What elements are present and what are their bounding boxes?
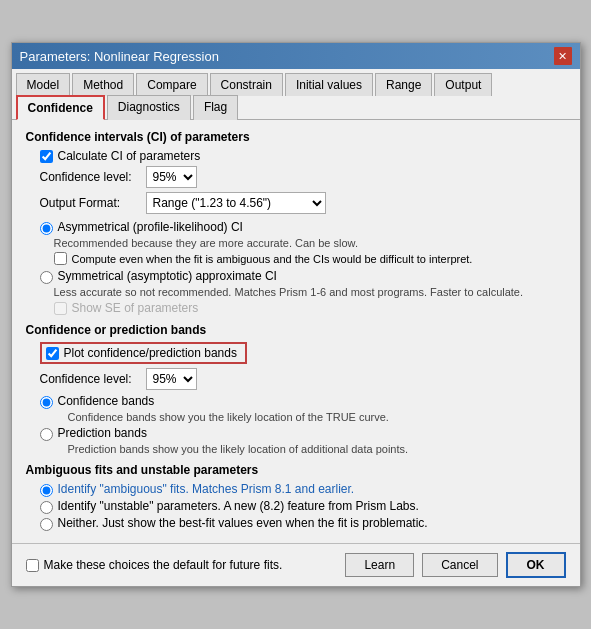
- ci-confidence-level-row: Confidence level: 95%: [40, 166, 566, 188]
- footer: Make these choices the default for futur…: [12, 543, 580, 586]
- plot-bands-label[interactable]: Plot confidence/prediction bands: [64, 346, 237, 360]
- show-se-row: Show SE of parameters: [54, 301, 566, 315]
- show-se-checkbox[interactable]: [54, 302, 67, 315]
- tab-initial-values[interactable]: Initial values: [285, 73, 373, 96]
- tab-method[interactable]: Method: [72, 73, 134, 96]
- calculate-ci-label[interactable]: Calculate CI of parameters: [58, 149, 201, 163]
- tab-output[interactable]: Output: [434, 73, 492, 96]
- identify-unstable-radio[interactable]: [40, 501, 53, 514]
- ci-section-title: Confidence intervals (CI) of parameters: [26, 130, 566, 144]
- ci-confidence-level-select[interactable]: 95%: [146, 166, 197, 188]
- compute-even-row: Compute even when the fit is ambiguous a…: [54, 252, 566, 265]
- plot-bands-checkbox[interactable]: [46, 347, 59, 360]
- show-se-label[interactable]: Show SE of parameters: [72, 301, 199, 315]
- symmetrical-ci-label[interactable]: Symmetrical (asymptotic) approximate CI: [58, 269, 277, 283]
- learn-button[interactable]: Learn: [345, 553, 414, 577]
- output-format-select[interactable]: Range ("1.23 to 4.56"): [146, 192, 326, 214]
- calculate-ci-row: Calculate CI of parameters: [40, 149, 566, 163]
- tab-model[interactable]: Model: [16, 73, 71, 96]
- prediction-bands-label[interactable]: Prediction bands: [58, 426, 147, 440]
- symmetrical-ci-radio[interactable]: [40, 271, 53, 284]
- identify-unstable-label[interactable]: Identify "unstable" parameters. A new (8…: [58, 499, 419, 513]
- title-bar: Parameters: Nonlinear Regression ✕: [12, 43, 580, 69]
- confidence-bands-label[interactable]: Confidence bands: [58, 394, 155, 408]
- confidence-bands-desc: Confidence bands show you the likely loc…: [68, 411, 566, 423]
- asymmetrical-ci-label[interactable]: Asymmetrical (profile-likelihood) CI: [58, 220, 243, 234]
- tab-flag[interactable]: Flag: [193, 95, 238, 120]
- compute-even-label[interactable]: Compute even when the fit is ambiguous a…: [72, 253, 473, 265]
- asymmetrical-ci-radio[interactable]: [40, 222, 53, 235]
- neither-row: Neither. Just show the best-fit values e…: [40, 516, 566, 531]
- default-choices-label[interactable]: Make these choices the default for futur…: [44, 558, 283, 572]
- tab-confidence[interactable]: Confidence: [16, 95, 105, 120]
- neither-label[interactable]: Neither. Just show the best-fit values e…: [58, 516, 428, 530]
- tab-diagnostics[interactable]: Diagnostics: [107, 95, 191, 120]
- calculate-ci-checkbox[interactable]: [40, 150, 53, 163]
- default-choices-row: Make these choices the default for futur…: [26, 558, 338, 572]
- identify-ambiguous-radio[interactable]: [40, 484, 53, 497]
- output-format-row: Output Format: Range ("1.23 to 4.56"): [40, 192, 566, 214]
- asymmetrical-ci-desc: Recommended because they are more accura…: [54, 237, 566, 249]
- ambiguous-section-title: Ambiguous fits and unstable parameters: [26, 463, 566, 477]
- compute-even-checkbox[interactable]: [54, 252, 67, 265]
- tab-range[interactable]: Range: [375, 73, 432, 96]
- ok-button[interactable]: OK: [506, 552, 566, 578]
- identify-ambiguous-row: Identify "ambiguous" fits. Matches Prism…: [40, 482, 566, 497]
- tab-constrain[interactable]: Constrain: [210, 73, 283, 96]
- identify-unstable-row: Identify "unstable" parameters. A new (8…: [40, 499, 566, 514]
- asymmetrical-ci-row: Asymmetrical (profile-likelihood) CI: [40, 220, 566, 235]
- tab-compare[interactable]: Compare: [136, 73, 207, 96]
- prediction-bands-desc: Prediction bands show you the likely loc…: [68, 443, 566, 455]
- close-button[interactable]: ✕: [554, 47, 572, 65]
- neither-radio[interactable]: [40, 518, 53, 531]
- symmetrical-ci-desc: Less accurate so not recommended. Matche…: [54, 286, 566, 298]
- confidence-bands-row: Confidence bands: [40, 394, 566, 409]
- symmetrical-ci-row: Symmetrical (asymptotic) approximate CI: [40, 269, 566, 284]
- cancel-button[interactable]: Cancel: [422, 553, 497, 577]
- default-choices-checkbox[interactable]: [26, 559, 39, 572]
- ci-confidence-level-label: Confidence level:: [40, 170, 140, 184]
- bands-confidence-level-label: Confidence level:: [40, 372, 140, 386]
- confidence-bands-radio[interactable]: [40, 396, 53, 409]
- identify-ambiguous-label[interactable]: Identify "ambiguous" fits. Matches Prism…: [58, 482, 355, 496]
- tabs-row: Model Method Compare Constrain Initial v…: [12, 69, 580, 120]
- prediction-bands-radio[interactable]: [40, 428, 53, 441]
- main-content: Confidence intervals (CI) of parameters …: [12, 120, 580, 543]
- prediction-bands-row: Prediction bands: [40, 426, 566, 441]
- output-format-label: Output Format:: [40, 196, 140, 210]
- plot-bands-wrapper: Plot confidence/prediction bands: [40, 342, 566, 364]
- bands-confidence-level-select[interactable]: 95%: [146, 368, 197, 390]
- bands-section-title: Confidence or prediction bands: [26, 323, 566, 337]
- dialog-title: Parameters: Nonlinear Regression: [20, 49, 219, 64]
- bands-confidence-level-row: Confidence level: 95%: [40, 368, 566, 390]
- plot-bands-box: Plot confidence/prediction bands: [40, 342, 247, 364]
